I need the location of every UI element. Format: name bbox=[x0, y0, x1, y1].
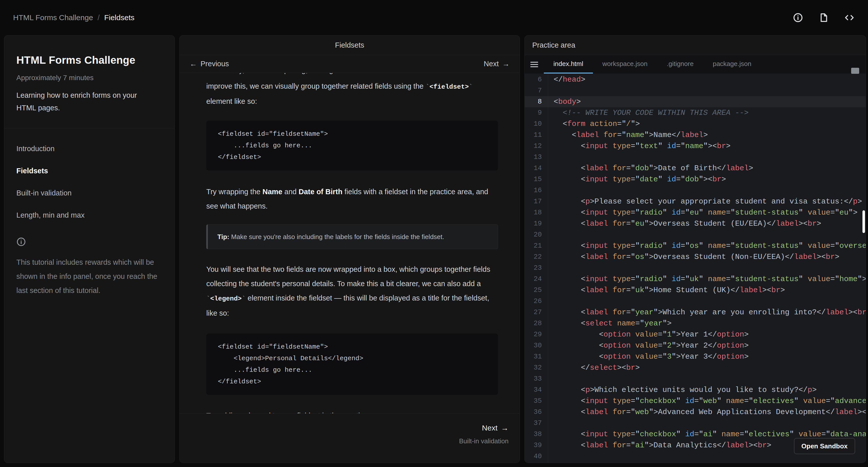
code-line-28[interactable]: 28 <select name="year"> bbox=[525, 318, 866, 329]
code-line-24[interactable]: 24 <input type="radio" id="uk" name="stu… bbox=[525, 274, 866, 285]
code-line-33[interactable]: 33 bbox=[525, 373, 866, 384]
tutorial-sidebar: HTML Forms Challenge Approximately 7 min… bbox=[4, 35, 175, 463]
code-line-text: <label for="ai">Data Analytics</label><b… bbox=[548, 441, 771, 449]
next-button-top[interactable]: Next → bbox=[484, 60, 509, 68]
editor-scroll-marker[interactable] bbox=[851, 68, 859, 74]
line-number: 28 bbox=[525, 320, 548, 327]
previous-button[interactable]: ← Previous bbox=[190, 60, 229, 68]
line-number: 37 bbox=[525, 419, 548, 427]
line-number: 30 bbox=[525, 342, 548, 349]
code-line-text: <label for="dob">Date of Birth</label> bbox=[548, 164, 753, 173]
code-line-10[interactable]: 10 <form action="/"> bbox=[525, 118, 866, 129]
code-line-text: <option value="2">Year 2</option> bbox=[548, 341, 749, 350]
code-line-35[interactable]: 35 <input type="checkbox" id="web" name=… bbox=[525, 396, 866, 407]
gutter-divider bbox=[548, 85, 548, 96]
sidebar-item-fieldsets[interactable]: Fieldsets bbox=[17, 162, 162, 180]
code-line-16[interactable]: 16 bbox=[525, 185, 866, 196]
code-line-27[interactable]: 27 <label for="year">Which year are you … bbox=[525, 307, 866, 318]
code-icon[interactable] bbox=[844, 12, 855, 23]
editor-tabs: index.htmlworkspace.json.gitignorepackag… bbox=[544, 55, 761, 73]
code-line-text: <label for="web">Advanced Web Applicatio… bbox=[548, 408, 866, 416]
code-line-18[interactable]: 18 <input type="radio" id="eu" name="stu… bbox=[525, 207, 866, 218]
tab-workspace-json[interactable]: workspace.json bbox=[593, 55, 657, 73]
editor-tab-bar: index.htmlworkspace.json.gitignorepackag… bbox=[525, 55, 866, 74]
code-line-6[interactable]: 6</head> bbox=[525, 74, 866, 85]
code-line-15[interactable]: 15 <input type="date" id="dob"><br> bbox=[525, 174, 866, 185]
code-line-text: <p>Please select your appropriate studen… bbox=[548, 197, 862, 206]
code-line-11[interactable]: 11 <label for="name">Name</label> bbox=[525, 129, 866, 141]
tip-callout: Tip: Make sure you're also including the… bbox=[206, 224, 498, 249]
line-number: 36 bbox=[525, 408, 548, 416]
code-line-14[interactable]: 14 <label for="dob">Date of Birth</label… bbox=[525, 163, 866, 174]
next-button-bottom[interactable]: Next → bbox=[482, 424, 508, 432]
clipped-paragraph-bottom: Try adding a legend to your fieldset in … bbox=[206, 409, 498, 413]
breadcrumb-parent-link[interactable]: HTML Forms Challenge bbox=[13, 13, 93, 22]
code-line-34[interactable]: 34 <p>Which elective units would you lik… bbox=[525, 384, 866, 396]
code-line-30[interactable]: 30 <option value="2">Year 2</option> bbox=[525, 340, 866, 351]
lesson-paragraph-3: You will see that the two fields are now… bbox=[206, 262, 498, 320]
code-line-13[interactable]: 13 bbox=[525, 152, 866, 163]
code-line-32[interactable]: 32 </select><br> bbox=[525, 362, 866, 373]
code-line-17[interactable]: 17 <p>Please select your appropriate stu… bbox=[525, 196, 866, 207]
code-line-9[interactable]: 9 <!-- WRITE YOUR CODE WITHIN THIS AREA … bbox=[525, 107, 866, 118]
lesson-pager: ← Previous Next → bbox=[180, 55, 520, 73]
tab-gitignore[interactable]: .gitignore bbox=[657, 55, 703, 73]
gutter-divider bbox=[548, 451, 548, 462]
lesson-paragraph-1: improve this, we can visually group toge… bbox=[206, 79, 498, 108]
code-line-37[interactable]: 37 bbox=[525, 417, 866, 429]
code-line-21[interactable]: 21 <input type="radio" id="os" name="stu… bbox=[525, 240, 866, 251]
arrow-right-icon: → bbox=[502, 60, 509, 68]
sidebar-item-built-in-validation[interactable]: Built-in validation bbox=[17, 184, 162, 202]
line-number: 23 bbox=[525, 264, 548, 272]
code-line-36[interactable]: 36 <label for="web">Advanced Web Applica… bbox=[525, 407, 866, 417]
code-editor[interactable]: 6</head>78<body>9 <!-- WRITE YOUR CODE W… bbox=[525, 74, 866, 463]
line-number: 15 bbox=[525, 176, 548, 183]
breadcrumb-current: Fieldsets bbox=[104, 13, 134, 22]
rewards-note: This tutorial includes rewards which wil… bbox=[17, 255, 162, 298]
line-number: 20 bbox=[525, 231, 548, 239]
line-number: 12 bbox=[525, 142, 548, 150]
line-number: 22 bbox=[525, 253, 548, 261]
code-line-text: <label for="year">Which year are you enr… bbox=[548, 308, 866, 317]
gutter-divider bbox=[548, 229, 548, 240]
open-sandbox-button[interactable]: Open Sandbox bbox=[794, 438, 855, 454]
code-line-23[interactable]: 23 bbox=[525, 262, 866, 274]
code-line-26[interactable]: 26 bbox=[525, 296, 866, 307]
sidebar-nav: IntroductionFieldsetsBuilt-in validation… bbox=[17, 140, 162, 224]
code-line-text: <input type="checkbox" id="ai" name="ele… bbox=[548, 430, 866, 439]
code-line-text: <select name="year"> bbox=[548, 319, 672, 328]
code-line-29[interactable]: 29 <option value="1">Year 1</option> bbox=[525, 329, 866, 340]
line-number: 11 bbox=[525, 131, 548, 139]
code-line-7[interactable]: 7 bbox=[525, 85, 866, 96]
info-icon[interactable] bbox=[793, 12, 804, 23]
code-line-text: <input type="date" id="dob"><br> bbox=[548, 175, 726, 184]
topbar-actions bbox=[793, 12, 855, 23]
tab-package-json[interactable]: package.json bbox=[703, 55, 761, 73]
gutter-divider bbox=[548, 262, 548, 274]
code-line-12[interactable]: 12 <input type="text" id="name"><br> bbox=[525, 141, 866, 152]
line-number: 7 bbox=[525, 87, 548, 94]
tab-index-html[interactable]: index.html bbox=[544, 55, 593, 73]
code-line-19[interactable]: 19 <label for="eu">Overseas Student (EU/… bbox=[525, 218, 866, 229]
arrow-left-icon: ← bbox=[190, 60, 197, 68]
code-line-25[interactable]: 25 <label for="uk">Home Student (UK)</la… bbox=[525, 285, 866, 296]
editor-scrollbar-thumb[interactable] bbox=[863, 210, 865, 233]
code-line-8[interactable]: 8<body> bbox=[525, 96, 866, 107]
practice-header: Practice area bbox=[525, 35, 866, 55]
code-line-41[interactable]: 41 <input type="checkbox" id="ml" name="… bbox=[525, 462, 866, 463]
line-number: 32 bbox=[525, 364, 548, 372]
code-line-text: <label for="os">Overseas Student (Non-EU… bbox=[548, 253, 839, 261]
sidebar-item-introduction[interactable]: Introduction bbox=[17, 140, 162, 157]
code-line-20[interactable]: 20 bbox=[525, 229, 866, 240]
code-line-31[interactable]: 31 <option value="3">Year 3</option> bbox=[525, 351, 866, 362]
top-bar: HTML Forms Challenge / Fieldsets bbox=[0, 0, 868, 35]
practice-title: Practice area bbox=[532, 41, 575, 50]
lesson-code-block-2: <fieldset id="fieldsetName"> <legend>Per… bbox=[206, 334, 498, 395]
line-number: 13 bbox=[525, 153, 548, 161]
line-number: 6 bbox=[525, 76, 548, 83]
file-icon[interactable] bbox=[818, 12, 829, 23]
file-tree-menu-icon[interactable] bbox=[525, 55, 544, 73]
sidebar-item-length-min-and-max[interactable]: Length, min and max bbox=[17, 207, 162, 224]
breadcrumb-separator: / bbox=[97, 13, 99, 22]
code-line-22[interactable]: 22 <label for="os">Overseas Student (Non… bbox=[525, 251, 866, 262]
